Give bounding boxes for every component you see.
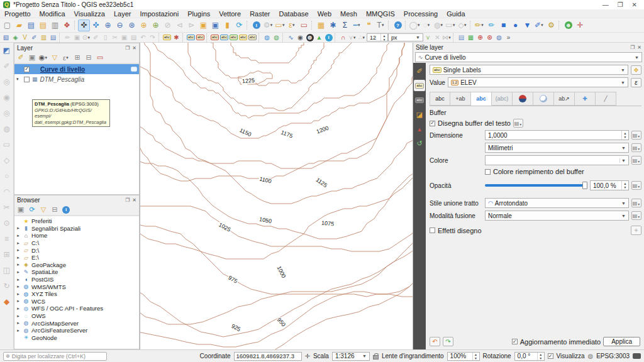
styling-layer-combo[interactable]: ∿ Curve di livello ▼: [415, 52, 642, 62]
draw-buffer-checkbox[interactable]: ✓: [430, 121, 435, 126]
layer-info-icon[interactable]: i: [324, 33, 333, 42]
tab-shadow[interactable]: [533, 92, 554, 106]
slider-handle[interactable]: [582, 182, 587, 189]
spin-arrows[interactable]: ▲▼: [621, 131, 628, 140]
expander-icon[interactable]: ▾: [16, 77, 21, 82]
layer-item-curve-di-livello[interactable]: ✓—Curve di livello: [14, 64, 139, 74]
close-button[interactable]: ✕: [632, 1, 637, 8]
plugin-star-icon[interactable]: ◆: [1, 296, 13, 307]
layer-visibility-checkbox[interactable]: [24, 77, 30, 82]
menu-vettore[interactable]: Vettore: [214, 9, 245, 18]
open-project-icon[interactable]: ▰: [13, 19, 25, 31]
expander-icon[interactable]: ▸: [16, 248, 21, 253]
float-panel-icon[interactable]: ❐: [125, 197, 130, 203]
spin-arrows[interactable]: ▲▼: [621, 181, 628, 190]
view-3d-tab-icon[interactable]: ◪: [414, 109, 425, 120]
magnifier-spinbox[interactable]: 100% ▲▼: [447, 352, 480, 361]
coordinate-input[interactable]: 1609821.8,4869237.3: [234, 352, 302, 361]
remove-layer-icon[interactable]: ▭: [95, 53, 105, 62]
tab-formatting[interactable]: +ab: [450, 92, 471, 106]
undo-style-button[interactable]: ↶: [430, 337, 440, 346]
map-tips-icon[interactable]: ❝: [363, 19, 375, 31]
filter-browser-icon[interactable]: ▽: [38, 205, 48, 214]
show-layout-manager-icon[interactable]: ▤: [48, 33, 58, 42]
help-icon[interactable]: ?: [392, 19, 404, 31]
opacity-slider[interactable]: [485, 184, 587, 187]
save-project-as-icon[interactable]: ▤: [37, 19, 49, 31]
lock-scale-icon[interactable]: [373, 355, 379, 359]
new-print-layout-icon[interactable]: ▥: [39, 33, 48, 42]
expander-icon[interactable]: ▸: [16, 277, 21, 282]
opacity-spinbox[interactable]: 100,0 % ▲▼: [590, 180, 629, 190]
close-panel-icon[interactable]: ✕: [132, 197, 136, 203]
browser-item-segnalibri-spaziali[interactable]: ▸▮Segnalibri Spaziali: [14, 225, 139, 233]
python-console-icon[interactable]: ∿: [286, 33, 296, 42]
metasearch-icon[interactable]: ◍: [262, 33, 272, 42]
close-panel-icon[interactable]: ✕: [637, 45, 641, 50]
expand-all-icon[interactable]: ⊞: [72, 53, 82, 62]
measure-icon[interactable]: ┅▼: [351, 19, 363, 31]
menu-mmqgis[interactable]: MMQGIS: [362, 9, 399, 18]
blend-mode-combo[interactable]: Normale ▼: [485, 211, 629, 221]
filter-expression-icon[interactable]: ε▼: [61, 53, 71, 62]
new-3d-map-view-icon[interactable]: ▣: [209, 19, 221, 31]
close-panel-icon[interactable]: ✕: [132, 45, 136, 51]
expander-icon[interactable]: ▸: [16, 306, 21, 311]
effetti-checkbox[interactable]: [430, 228, 435, 233]
osm-search-icon[interactable]: ⊕: [562, 19, 574, 31]
value-field-combo[interactable]: 1.2 ELEV ▼: [448, 77, 628, 87]
styling-indicator-icon[interactable]: [131, 67, 137, 72]
fill-circle-icon[interactable]: ●: [509, 19, 521, 31]
layer-item-dtm-pescaglia[interactable]: ▾▦DTM_Pescaglia: [14, 74, 139, 84]
zoom-to-selection-icon[interactable]: ⊕: [138, 19, 150, 31]
buffer-size-spinbox[interactable]: 1,0000 ▲▼: [485, 130, 629, 140]
label-highlight-icon[interactable]: abc: [162, 33, 172, 42]
scale-combo[interactable]: 1:3126 ▼: [332, 352, 370, 361]
toolbar-overflow-icon[interactable]: »: [504, 33, 513, 42]
browser-item-arcgismapserver[interactable]: ▸◍ArcGisMapServer: [14, 319, 139, 327]
data-defined-override-button[interactable]: ▤▼: [631, 156, 641, 165]
auto-placement-settings-button[interactable]: ❖: [631, 65, 641, 75]
expander-icon[interactable]: ▸: [16, 262, 21, 267]
fill-square-icon[interactable]: ■: [497, 19, 509, 31]
menu-guida[interactable]: Guida: [442, 9, 469, 18]
browser-item-ows[interactable]: ▸◌OWS: [14, 312, 139, 320]
tab-mask[interactable]: (abc): [492, 92, 513, 106]
geonetwork-icon[interactable]: ◍: [272, 33, 281, 42]
browser-item-preferiti[interactable]: ★Preferiti: [14, 217, 139, 225]
epsg-label[interactable]: EPSG:3003: [596, 353, 630, 359]
expander-icon[interactable]: ▸: [16, 255, 21, 260]
render-checkbox[interactable]: ✓: [548, 353, 553, 359]
expression-builder-button[interactable]: ε: [631, 78, 641, 87]
browser-item-geopackage[interactable]: ▸◈GeoPackage: [14, 261, 139, 269]
browser-item-wfs-ogc-api-features[interactable]: ▸◍WFS / OGC API - Features: [14, 305, 139, 312]
expander-icon[interactable]: ▸: [16, 270, 21, 275]
menu-database[interactable]: Database: [275, 9, 313, 18]
browser-properties-icon[interactable]: i: [61, 205, 71, 214]
tab-text[interactable]: abc: [430, 92, 450, 106]
pen-join-style-combo[interactable]: ◠ Arrotondato ▼: [485, 198, 629, 208]
zoom-full-icon[interactable]: ⊛: [126, 19, 138, 31]
label-properties-icon[interactable]: abc: [248, 33, 257, 42]
history-tab-icon[interactable]: ↺: [414, 138, 425, 149]
osm-place-search-icon[interactable]: ◉: [296, 33, 305, 42]
spin-arrows[interactable]: ▲▼: [472, 353, 479, 360]
save-project-icon[interactable]: ▤: [25, 19, 37, 31]
label-pin-unpin-icon[interactable]: abc: [210, 33, 219, 42]
browser-item-arcgisfeatureserver[interactable]: ▸◍ArcGisFeatureServer: [14, 327, 139, 334]
expander-icon[interactable]: ▸: [16, 226, 21, 231]
globe-services-icon[interactable]: ◍: [494, 33, 504, 42]
attribute-table-icon[interactable]: ▦: [315, 19, 327, 31]
open-layer-styling-icon[interactable]: ✐: [16, 53, 26, 62]
diagrams-tab-icon[interactable]: ▴: [414, 123, 425, 134]
new-bookmark-icon[interactable]: ▮: [221, 19, 233, 31]
manage-map-themes-icon[interactable]: ◉▼: [38, 53, 48, 62]
processing-toolbox-icon[interactable]: ✱: [327, 19, 339, 31]
expander-icon[interactable]: ▸: [16, 299, 21, 304]
labels-tab-icon[interactable]: abc: [414, 80, 425, 91]
filter-legend-icon[interactable]: ▽: [50, 53, 60, 62]
data-source-manager-icon[interactable]: ▧: [1, 33, 11, 42]
mask-tab-icon[interactable]: abc: [414, 94, 425, 106]
annotation-settings-icon[interactable]: ⚙: [545, 19, 557, 31]
browser-item-wcs[interactable]: ▸◍WCS: [14, 298, 139, 305]
